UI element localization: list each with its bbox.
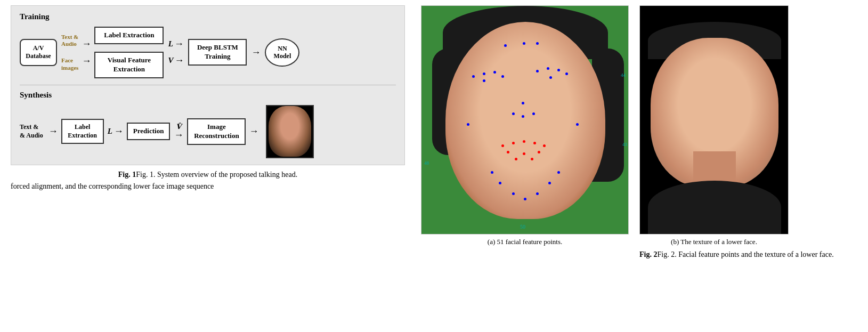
visual-feature-box: Visual FeatureExtraction — [94, 52, 164, 78]
label-right-2: 43 — [622, 142, 627, 147]
label-left-1: 48 — [424, 160, 429, 166]
l-arrow-group: L → — [168, 38, 184, 50]
dot-17 — [532, 112, 535, 115]
dot-mouth-1 — [501, 144, 504, 147]
dot-3 — [536, 42, 539, 45]
dot-mouth-9 — [515, 158, 517, 160]
dot-mouth-7 — [523, 152, 525, 155]
right-images-row: 50 44 43 48 (a) 51 facial feature points… — [421, 5, 857, 327]
dot-jaw-2 — [499, 182, 501, 184]
dot-cheek-1 — [467, 123, 469, 126]
synthesis-face-image — [266, 105, 314, 158]
fig2-bold: Fig. 2 — [639, 250, 657, 258]
v-label-train: V — [168, 56, 173, 65]
label-extraction-box-synth: LabelExtraction — [61, 119, 104, 144]
dot-6 — [493, 71, 496, 74]
training-section: Training A/VDatabase Text &Audio Faceima… — [20, 12, 396, 85]
dot-jaw-7 — [557, 171, 560, 174]
face-dots-container: 50 44 43 48 (a) 51 facial feature points… — [421, 5, 629, 246]
arrow-blstm-nn: → — [249, 47, 263, 58]
texture-container: (b) The texture of a lower face. — [639, 5, 789, 246]
vhat-group: V̂ → — [174, 123, 183, 141]
arrow-v: → — [174, 55, 184, 66]
dot-jaw-3 — [512, 192, 515, 195]
fig2-text: Fig. 2. Facial feature points and the te… — [657, 250, 833, 258]
dot-4 — [472, 75, 475, 78]
dot-jaw-1 — [491, 171, 493, 174]
face-shape — [445, 22, 605, 219]
dot-16 — [522, 115, 524, 118]
arrow-l: → — [174, 38, 184, 50]
dot-11 — [557, 69, 560, 71]
arrow-s3: → — [174, 129, 183, 141]
texture-body — [648, 181, 781, 234]
l-label-synth: L — [108, 127, 112, 136]
dot-10 — [547, 67, 549, 70]
image-reconstruction-box: ImageReconstruction — [187, 118, 246, 145]
dot-mouth-6 — [507, 151, 509, 153]
texture-neck — [693, 151, 736, 183]
dot-5 — [483, 72, 485, 75]
dot-jaw-5 — [536, 192, 539, 195]
fig1-caption: Fig. 1Fig. 1. System overview of the pro… — [11, 171, 405, 179]
training-layout: A/VDatabase Text &Audio Faceimages → → L… — [20, 27, 396, 78]
v-arrow-group: V → — [168, 55, 184, 66]
l-arrow-synth: L → — [106, 126, 125, 137]
synthesis-face-placeholder — [269, 106, 311, 157]
arrow-s4: → — [248, 126, 259, 137]
dot-mouth-5 — [543, 144, 546, 147]
arrow-to-label: → — [82, 39, 91, 48]
dot-mouth-2 — [512, 142, 515, 144]
fig2a-caption: (a) 51 facial feature points. — [488, 238, 562, 246]
arrow-s2: → — [113, 126, 125, 137]
dot-8 — [483, 79, 485, 82]
texture-image — [639, 5, 789, 234]
arrow-s1: → — [47, 126, 59, 137]
av-database-box: A/VDatabase — [20, 39, 57, 66]
dot-12 — [565, 72, 568, 75]
fig2b-caption: (b) The texture of a lower face. — [671, 238, 757, 246]
dot-9 — [536, 70, 539, 72]
texture-and-caption: (b) The texture of a lower face. Fig. 2F… — [639, 5, 834, 259]
dot-14 — [522, 102, 524, 104]
deep-blstm-box: Deep BLSTMTraining — [188, 39, 247, 66]
dot-mouth-8 — [538, 151, 540, 153]
left-panel: Training A/VDatabase Text &Audio Faceima… — [0, 0, 416, 332]
dot-jaw-4 — [524, 198, 526, 200]
dot-15 — [512, 112, 515, 115]
prediction-box: Prediction — [127, 123, 171, 140]
bottom-text: forced alignment, and the corresponding … — [11, 182, 405, 191]
fig1-bold: Fig. 1 — [118, 171, 136, 179]
synthesis-input-label: Text && Audio — [20, 123, 43, 140]
dot-mouth-10 — [531, 158, 533, 160]
fig2-caption: Fig. 2Fig. 2. Facial feature points and … — [639, 250, 834, 259]
dot-mouth-4 — [533, 142, 536, 144]
training-title: Training — [20, 12, 396, 21]
synthesis-title: Synthesis — [20, 91, 396, 100]
dot-13 — [549, 76, 552, 79]
label-extraction-box-train: Label Extraction — [94, 27, 164, 44]
dot-mouth-3 — [523, 140, 525, 143]
label-right-1: 44 — [621, 72, 626, 78]
text-audio-label: Text &Audio — [61, 34, 78, 47]
arrows-to-boxes: → → — [82, 39, 91, 66]
synthesis-section: Synthesis Text && Audio → LabelExtractio… — [20, 85, 396, 158]
l-label-train: L — [168, 39, 173, 48]
nn-model-box: NNModel — [265, 38, 299, 67]
texture-row: (b) The texture of a lower face. — [639, 5, 834, 246]
lv-labels: L → V → — [168, 38, 184, 66]
dot-cheek-2 — [576, 123, 579, 126]
dot-jaw-6 — [548, 182, 551, 184]
right-panel: 50 44 43 48 (a) 51 facial feature points… — [416, 0, 868, 332]
middle-boxes: Label Extraction Visual FeatureExtractio… — [94, 27, 164, 78]
face-images-label: Faceimages — [61, 57, 78, 71]
dot-1 — [504, 44, 507, 47]
dot-7 — [501, 75, 504, 78]
input-labels: Text &Audio Faceimages — [61, 34, 78, 71]
dot-2 — [523, 42, 525, 45]
face-dots-image: 50 44 43 48 — [421, 5, 629, 234]
dot-label-50: 50 — [520, 224, 525, 230]
arrow-to-visual: → — [82, 56, 91, 66]
synthesis-layout: Text && Audio → LabelExtraction L → Pred… — [20, 105, 396, 158]
diagram-area: Training A/VDatabase Text &Audio Faceima… — [11, 5, 405, 165]
